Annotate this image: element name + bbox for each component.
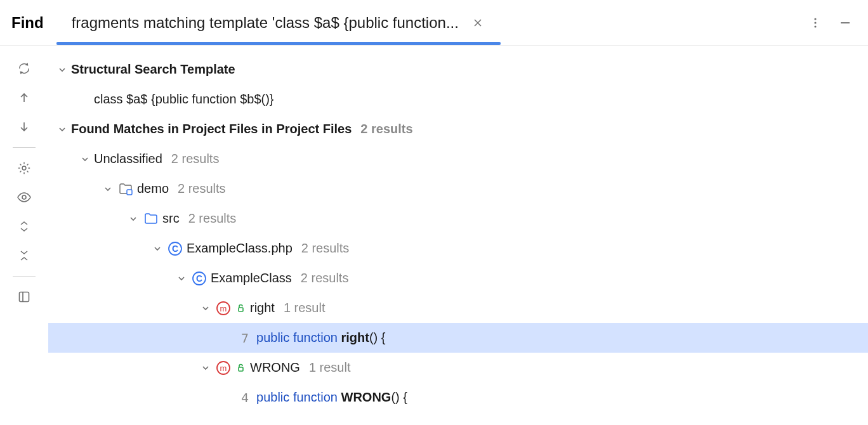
svg-point-2: [814, 25, 816, 27]
svg-rect-18: [239, 367, 243, 371]
template-text-row[interactable]: class $a$ {public function $b$()}: [48, 84, 868, 114]
tree-node-src[interactable]: src 2 results: [48, 204, 868, 233]
result-count: 2 results: [178, 181, 226, 196]
find-label: Find: [8, 14, 53, 32]
search-result-row[interactable]: 7 public function right() {: [48, 323, 868, 353]
find-panel-header: Find fragments matching template 'class …: [0, 0, 868, 46]
find-toolbar: [0, 46, 48, 425]
svg-point-4: [22, 166, 26, 170]
close-icon: [473, 18, 483, 28]
svg-rect-8: [127, 190, 132, 195]
chevron-down-icon: [53, 125, 71, 134]
rerun-button[interactable]: [11, 56, 37, 81]
search-result-row[interactable]: 4 public function WRONG() {: [48, 383, 868, 412]
svg-text:m: m: [220, 363, 227, 373]
result-count: 2 results: [360, 122, 412, 136]
node-label: src: [162, 211, 180, 226]
expand-icon: [18, 220, 30, 233]
svg-point-5: [22, 195, 26, 199]
group-by-button[interactable]: [11, 284, 37, 310]
node-label: Unclassified: [94, 152, 162, 166]
tree-node-method-wrong[interactable]: m WRONG 1 result: [48, 353, 868, 383]
svg-text:C: C: [172, 244, 178, 254]
result-count: 2 results: [188, 211, 237, 226]
result-count: 1 result: [309, 360, 351, 375]
node-label: ExampleClass.php: [187, 241, 293, 256]
eye-icon: [16, 190, 32, 205]
chevron-down-icon: [148, 244, 166, 253]
expand-all-button[interactable]: [11, 214, 37, 239]
search-results-tab[interactable]: fragments matching template 'class $a$ {…: [72, 0, 485, 45]
node-label: WRONG: [250, 360, 300, 375]
module-folder-icon: [117, 180, 135, 198]
chevron-down-icon: [99, 185, 117, 193]
result-count: 2 results: [301, 241, 350, 256]
svg-rect-6: [19, 292, 29, 302]
chevron-down-icon: [197, 363, 214, 372]
tab-title: fragments matching template 'class $a$ {…: [72, 14, 459, 32]
template-text: class $a$ {public function $b$()}: [94, 92, 274, 107]
svg-point-1: [814, 22, 816, 23]
collapse-icon: [18, 249, 30, 262]
tab-active-indicator: [56, 42, 501, 45]
chevron-down-icon: [76, 155, 94, 164]
code-snippet: public function WRONG() {: [256, 390, 407, 405]
chevron-down-icon: [124, 214, 142, 223]
method-icon: m: [214, 359, 232, 377]
class-icon: C: [190, 270, 208, 287]
chevron-down-icon: [173, 274, 190, 283]
arrow-up-icon: [18, 91, 30, 104]
tree-node-method-right[interactable]: m right 1 result: [48, 293, 868, 323]
line-number: 7: [241, 330, 249, 346]
matches-section-header[interactable]: Found Matches in Project Files in Projec…: [48, 114, 868, 144]
result-count: 2 results: [171, 152, 220, 166]
chevron-down-icon: [197, 304, 214, 313]
previous-occurrence-button[interactable]: [11, 85, 37, 110]
settings-button[interactable]: [11, 155, 37, 181]
method-icon: m: [214, 299, 232, 317]
chevron-down-icon: [53, 65, 71, 74]
result-count: 2 results: [301, 271, 349, 285]
tree-node-class[interactable]: C ExampleClass 2 results: [48, 263, 868, 293]
tree-node-demo[interactable]: demo 2 results: [48, 174, 868, 204]
svg-rect-15: [239, 308, 243, 311]
kebab-icon: [810, 17, 821, 29]
gear-icon: [17, 161, 31, 175]
node-label: demo: [137, 181, 169, 196]
next-occurrence-button[interactable]: [11, 114, 37, 140]
preview-button[interactable]: [11, 185, 37, 210]
arrow-down-icon: [18, 121, 30, 133]
source-folder-icon: [142, 210, 160, 228]
svg-text:C: C: [196, 273, 202, 284]
hide-panel-button[interactable]: [830, 11, 860, 34]
toolbar-divider: [13, 147, 36, 148]
layout-icon: [18, 291, 30, 303]
template-section-header[interactable]: Structural Search Template: [48, 55, 868, 84]
close-tab-button[interactable]: [470, 15, 485, 30]
class-file-icon: C: [166, 240, 184, 258]
node-label: ExampleClass: [211, 271, 292, 285]
toolbar-divider: [13, 276, 36, 277]
svg-text:m: m: [220, 304, 227, 313]
code-snippet: public function right() {: [256, 330, 385, 345]
minimize-icon: [839, 16, 852, 29]
more-options-button[interactable]: [801, 12, 830, 34]
section-title: Found Matches in Project Files in Projec…: [71, 122, 352, 136]
public-visibility-icon: [235, 303, 246, 314]
tree-node-unclassified[interactable]: Unclassified 2 results: [48, 144, 868, 174]
tree-node-file[interactable]: C ExampleClass.php 2 results: [48, 233, 868, 263]
results-tree: Structural Search Template class $a$ {pu…: [48, 46, 868, 425]
node-label: right: [250, 301, 275, 315]
refresh-icon: [17, 62, 31, 75]
result-count: 1 result: [284, 301, 326, 315]
public-visibility-icon: [235, 362, 246, 374]
section-title: Structural Search Template: [71, 62, 235, 77]
svg-point-0: [814, 18, 816, 20]
line-number: 4: [241, 390, 249, 405]
collapse-all-button[interactable]: [11, 243, 37, 268]
